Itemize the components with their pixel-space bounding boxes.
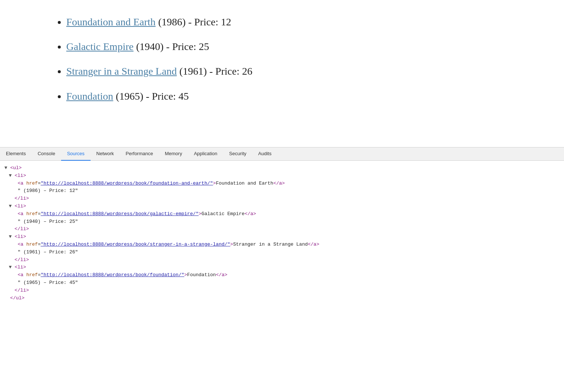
- xml-line: ▼ <li>: [4, 203, 564, 210]
- collapse-arrow[interactable]: ▼: [4, 165, 7, 171]
- list-item: Stranger in a Strange Land (1961) - Pric…: [66, 64, 520, 78]
- devtools-tab-bar: Elements Console Sources Network Perform…: [0, 147, 564, 161]
- collapse-arrow[interactable]: ▼: [9, 264, 12, 270]
- devtools-link[interactable]: http://localhost:8888/wordpress/book/fou…: [43, 181, 210, 186]
- collapse-arrow[interactable]: ▼: [9, 173, 12, 178]
- xml-line: <a href="http://localhost:8888/wordpress…: [4, 180, 564, 188]
- book-info: (1986) - Price: 12: [156, 16, 231, 28]
- xml-line: ▼ <li>: [4, 172, 564, 180]
- xml-line: " (1940) – Price: 25": [4, 218, 564, 226]
- tab-network[interactable]: Network: [91, 147, 120, 161]
- list-item: Galactic Empire (1940) - Price: 25: [66, 39, 520, 54]
- book-link-galactic-empire[interactable]: Galactic Empire: [66, 41, 134, 52]
- xml-line: </li>: [4, 256, 564, 264]
- devtools-panel: Elements Console Sources Network Perform…: [0, 147, 564, 306]
- book-link-stranger[interactable]: Stranger in a Strange Land: [66, 65, 177, 77]
- xml-line: ▼ <li>: [4, 264, 564, 271]
- xml-line: ▼ <li>: [4, 233, 564, 241]
- collapse-arrow[interactable]: ▼: [9, 203, 12, 209]
- tab-console[interactable]: Console: [32, 147, 61, 161]
- devtools-link[interactable]: http://localhost:8888/wordpress/book/gal…: [43, 211, 195, 217]
- book-link-foundation[interactable]: Foundation: [66, 90, 113, 102]
- tab-audits[interactable]: Audits: [252, 147, 277, 161]
- book-list: Foundation and Earth (1986) - Price: 12 …: [44, 15, 520, 103]
- tab-security[interactable]: Security: [223, 147, 252, 161]
- list-item: Foundation and Earth (1986) - Price: 12: [66, 15, 520, 29]
- xml-line: </li>: [4, 225, 564, 233]
- book-info: (1965) - Price: 45: [113, 90, 189, 102]
- xml-line: <a href="http://localhost:8888/wordpress…: [4, 241, 564, 249]
- xml-line: ▼ <ul>: [4, 164, 564, 172]
- tab-performance[interactable]: Performance: [120, 147, 159, 161]
- xml-line: " (1986) – Price: 12": [4, 187, 564, 195]
- list-item: Foundation (1965) - Price: 45: [66, 89, 520, 103]
- book-info: (1961) - Price: 26: [177, 65, 252, 77]
- xml-line: " (1961) – Price: 26": [4, 249, 564, 256]
- xml-line: " (1965) – Price: 45": [4, 279, 564, 287]
- xml-line: <a href="http://localhost:8888/wordpress…: [4, 210, 564, 218]
- xml-line: <a href="http://localhost:8888/wordpress…: [4, 271, 564, 279]
- devtools-link[interactable]: http://localhost:8888/wordpress/book/str…: [43, 242, 227, 247]
- book-info: (1940) - Price: 25: [134, 41, 209, 52]
- xml-line: </li>: [4, 195, 564, 203]
- tab-memory[interactable]: Memory: [159, 147, 188, 161]
- tab-sources[interactable]: Sources: [61, 147, 91, 161]
- xml-line: </ul>: [4, 295, 564, 302]
- collapse-arrow[interactable]: ▼: [9, 234, 12, 239]
- xml-line: </li>: [4, 287, 564, 295]
- tab-application[interactable]: Application: [188, 147, 223, 161]
- devtools-link[interactable]: http://localhost:8888/wordpress/book/fou…: [43, 272, 181, 278]
- main-content: Foundation and Earth (1986) - Price: 12 …: [0, 0, 564, 147]
- book-link-foundation-and-earth[interactable]: Foundation and Earth: [66, 16, 156, 28]
- devtools-dom-panel: ▼ <ul> ▼ <li> <a href="http://localhost:…: [0, 161, 564, 306]
- tab-elements[interactable]: Elements: [0, 147, 32, 161]
